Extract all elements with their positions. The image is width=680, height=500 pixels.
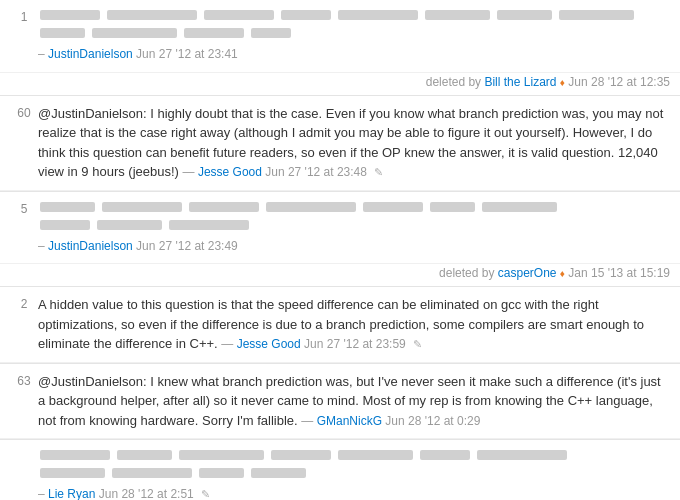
deleted-by-user[interactable]: casperOne [498,266,557,280]
comment-user[interactable]: Jesse Good [237,337,301,351]
vote-count: 1 [10,8,38,24]
comment-body: @JustinDanielson: I knew what branch pre… [38,372,670,431]
comment-row: 2 A hidden value to this question is tha… [0,287,680,363]
edit-icon[interactable]: ✎ [201,488,210,500]
comment-meta: — Jesse Good Jun 27 '12 at 23:59 [221,337,409,351]
vote-count: 2 [10,295,38,311]
vote-count: 60 [10,104,38,120]
comment-pair: 60 @JustinDanielson: I highly doubt that… [0,96,680,192]
comment-user[interactable]: JustinDanielson [48,47,133,61]
comment-row: 1 – Ju [0,0,680,73]
comment-list: 1 – Ju [0,0,680,500]
comment-body: @JustinDanielson: I highly doubt that is… [38,104,670,182]
comment-meta: — GManNickG Jun 28 '12 at 0:29 [301,414,480,428]
edit-icon[interactable]: ✎ [374,166,383,178]
comment-row: 5 – JustinDanielson Jun 27 ' [0,192,680,265]
comment-pair: 63 @JustinDanielson: I knew what branch … [0,364,680,441]
comment-body: – JustinDanielson Jun 27 '12 at 23:49 [38,200,670,256]
comment-body: A hidden value to this question is that … [38,295,670,354]
vote-count: 5 [10,200,38,216]
deleted-notice: deleted by casperOne ♦ Jan 15 '13 at 15:… [0,264,680,286]
comment-meta: – JustinDanielson Jun 27 '12 at 23:41 [38,47,238,61]
vote-count: 63 [10,372,38,388]
comment-row: 60 @JustinDanielson: I highly doubt that… [0,96,680,191]
comment-row: – Lie Ryan Jun 28 '12 at 2:51 ✎ [0,440,680,500]
comment-pair: 1 – Ju [0,0,680,96]
comment-pair: – Lie Ryan Jun 28 '12 at 2:51 ✎ deleted … [0,440,680,500]
comment-body: – JustinDanielson Jun 27 '12 at 23:41 [38,8,670,64]
comment-meta: – JustinDanielson Jun 27 '12 at 23:49 [38,239,238,253]
deleted-notice: deleted by Bill the Lizard ♦ Jun 28 '12 … [0,73,680,95]
comment-user[interactable]: Lie Ryan [48,487,95,500]
comment-pair: 5 – JustinDanielson Jun 27 ' [0,192,680,288]
comment-body: – Lie Ryan Jun 28 '12 at 2:51 ✎ [38,448,670,500]
vote-count [10,448,38,450]
comment-meta: – Lie Ryan Jun 28 '12 at 2:51 [38,487,197,500]
comment-row: 63 @JustinDanielson: I knew what branch … [0,364,680,440]
comment-pair: 2 A hidden value to this question is tha… [0,287,680,364]
deleted-by-user[interactable]: Bill the Lizard [484,75,556,89]
comment-user[interactable]: JustinDanielson [48,239,133,253]
comment-meta: — Jesse Good Jun 27 '12 at 23:48 [183,165,371,179]
comment-user[interactable]: GManNickG [317,414,382,428]
comment-user[interactable]: Jesse Good [198,165,262,179]
edit-icon[interactable]: ✎ [413,338,422,350]
